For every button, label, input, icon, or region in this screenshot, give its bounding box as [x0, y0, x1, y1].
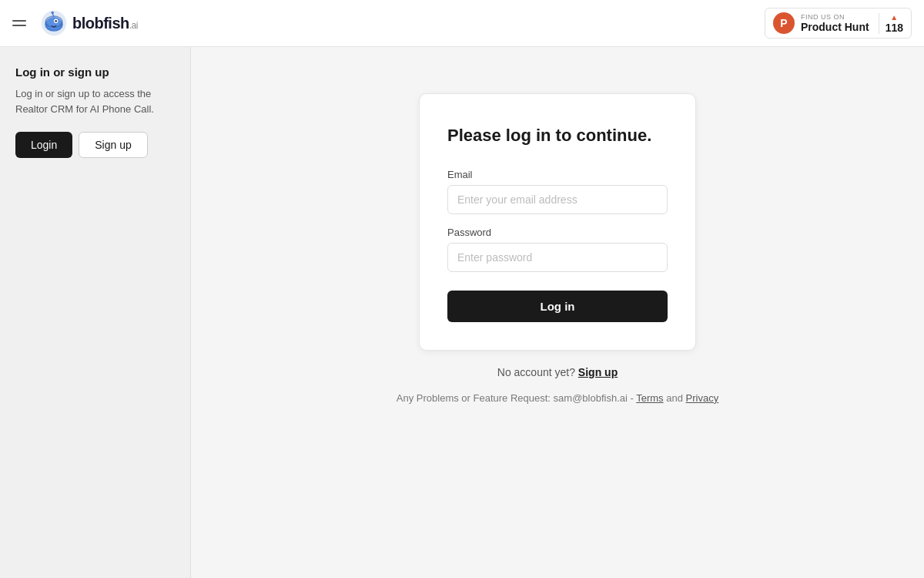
sidebar: Log in or sign up Log in or sign up to a…: [0, 47, 191, 578]
product-hunt-arrow-icon: ▲: [890, 13, 898, 22]
product-hunt-text: FIND US ON Product Hunt: [801, 13, 869, 33]
header-left: blobfish.ai: [12, 9, 138, 37]
blobfish-logo-icon: [40, 9, 68, 37]
footer-text: Any Problems or Feature Request: sam@blo…: [397, 392, 718, 404]
password-label: Password: [447, 227, 668, 238]
product-hunt-count-block: ▲ 118: [879, 13, 903, 34]
email-form-group: Email: [447, 169, 668, 214]
no-account-text: No account yet? Sign up: [497, 366, 618, 378]
sidebar-signup-button[interactable]: Sign up: [79, 132, 147, 158]
svg-point-4: [55, 20, 57, 22]
email-label: Email: [447, 169, 668, 180]
logo-name: blobfish.ai: [72, 15, 138, 32]
product-hunt-icon: P: [773, 12, 795, 34]
sidebar-buttons: Login Sign up: [15, 132, 175, 158]
password-form-group: Password: [447, 227, 668, 272]
logo-container: blobfish.ai: [40, 9, 138, 37]
sidebar-description: Log in or sign up to access the Realtor …: [15, 86, 175, 116]
sidebar-toggle-button[interactable]: [12, 14, 31, 32]
email-input[interactable]: [447, 185, 668, 214]
password-input[interactable]: [447, 243, 668, 272]
login-card: Please log in to continue. Email Passwor…: [419, 93, 696, 351]
center-content: Please log in to continue. Email Passwor…: [191, 47, 924, 578]
sidebar-title: Log in or sign up: [15, 66, 175, 79]
sidebar-login-button[interactable]: Login: [15, 132, 72, 158]
main-layout: Log in or sign up Log in or sign up to a…: [0, 47, 924, 578]
terms-link[interactable]: Terms: [636, 392, 663, 404]
login-submit-button[interactable]: Log in: [447, 291, 668, 322]
privacy-link[interactable]: Privacy: [686, 392, 719, 404]
login-card-title: Please log in to continue.: [447, 125, 668, 147]
header: blobfish.ai P FIND US ON Product Hunt ▲ …: [0, 0, 924, 47]
signup-link[interactable]: Sign up: [578, 366, 618, 378]
product-hunt-badge[interactable]: P FIND US ON Product Hunt ▲ 118: [765, 8, 912, 39]
svg-point-7: [51, 12, 54, 15]
